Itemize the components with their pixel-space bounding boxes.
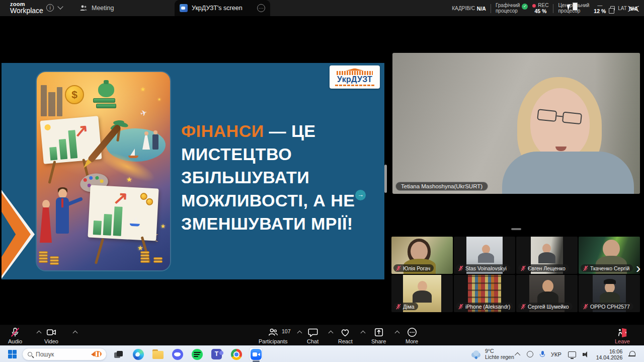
audio-options-caret[interactable] xyxy=(37,331,42,336)
annotation-arrow-badge: → xyxy=(355,190,366,200)
more-button[interactable]: More xyxy=(406,327,418,344)
city-building-shape xyxy=(41,85,47,116)
participant-name-label: Stas Voinalovskyi xyxy=(456,264,510,272)
task-view-button[interactable] xyxy=(112,347,125,361)
rec-metric: REC 45 % xyxy=(532,3,548,14)
share-scrollbar[interactable] xyxy=(384,165,387,193)
cpu-value-block: — 12 % xyxy=(594,3,606,14)
participant-tile[interactable]: iPhone (Aleksandr) xyxy=(454,275,515,312)
chrome-app-button[interactable] xyxy=(229,347,243,361)
couple-figures xyxy=(142,131,159,152)
zoom-app-icon xyxy=(251,349,262,360)
cash-stack-shape xyxy=(93,98,115,103)
spotify-icon xyxy=(192,349,203,360)
chrome-icon xyxy=(231,349,242,360)
logo-subtitle-line xyxy=(335,85,374,86)
man-in-suit-figure xyxy=(55,189,70,244)
chart-bar-shape xyxy=(113,206,123,236)
folder-icon xyxy=(152,351,164,359)
mic-muted-icon xyxy=(396,265,401,271)
chat-button[interactable]: Chat xyxy=(307,327,318,344)
participants-options-caret[interactable] xyxy=(297,331,302,336)
recording-dot-icon xyxy=(532,4,536,8)
leave-button[interactable]: Leave xyxy=(615,327,630,344)
discord-icon xyxy=(172,349,183,360)
audio-button[interactable]: Audio xyxy=(8,327,22,344)
divider xyxy=(491,4,491,13)
participant-tile[interactable]: OPPO CPH2577 xyxy=(579,275,640,312)
tab-meeting[interactable]: Meeting xyxy=(79,0,114,16)
tab-meeting-label: Meeting xyxy=(92,5,114,12)
next-participants-button[interactable]: › xyxy=(636,259,644,279)
participant-tile[interactable]: Stas Voinalovskyi xyxy=(454,237,515,274)
window-titlebar: zoom Workplace i Meeting УкрДУЗТ's scree… xyxy=(0,0,644,16)
taskbar-clock[interactable]: 16:06 14.04.2026 xyxy=(596,348,623,360)
search-icon xyxy=(28,352,32,356)
tray-display-icon[interactable] xyxy=(568,351,576,357)
meeting-info-icon[interactable]: i xyxy=(46,4,54,12)
react-button[interactable]: React xyxy=(338,327,353,344)
hidden-icons-chevron[interactable] xyxy=(515,352,520,357)
tray-mic-icon[interactable] xyxy=(540,351,544,357)
divider xyxy=(553,4,553,13)
participant-tile[interactable]: Юлія Рогач xyxy=(391,237,453,274)
notifications-bell-icon[interactable] xyxy=(629,351,635,357)
lat-label: LAT xyxy=(618,6,627,11)
spotify-app-button[interactable] xyxy=(190,347,204,361)
tab-options-ellipsis-icon[interactable]: ··· xyxy=(257,4,265,12)
video-options-caret[interactable] xyxy=(73,331,78,336)
growth-arrow-icon: ↗ xyxy=(73,120,90,141)
dollar-coin-icon: $ xyxy=(65,85,84,104)
start-button[interactable] xyxy=(8,350,17,358)
mic-muted-icon xyxy=(521,304,526,310)
edge-icon xyxy=(133,349,144,360)
participant-tile[interactable]: Діма xyxy=(391,275,453,312)
taskbar-search[interactable]: Пошук xyxy=(22,348,107,360)
language-indicator[interactable]: УКР xyxy=(551,351,561,357)
chevron-down-icon[interactable] xyxy=(57,4,63,9)
participants-grid: Юлія Рогач Stas Voinalovskyi xyxy=(391,237,641,312)
video-button[interactable]: Video xyxy=(44,327,58,344)
money-bag-icon xyxy=(98,83,114,97)
taskbar-apps: T xyxy=(112,347,263,361)
share-options-caret[interactable] xyxy=(395,331,400,336)
participant-name-label: OPPO CPH2577 xyxy=(581,303,633,310)
slide-illustration: $ ✈ ★ ★ ★ ★ ★ ★ ☾ ↗ xyxy=(37,72,170,270)
taskbar-weather[interactable]: 9°C Lichte regen xyxy=(470,348,514,360)
ukrduzt-logo-text: УкрДУЗТ xyxy=(337,75,372,84)
file-explorer-button[interactable] xyxy=(151,347,165,361)
tray-speaker-icon[interactable] xyxy=(583,351,590,357)
latency-icon xyxy=(610,6,615,11)
rain-cloud-icon xyxy=(470,350,481,358)
zoom-workplace-logo: zoom Workplace xyxy=(10,1,43,14)
speaker-name-label: Tetiana Mashoshyna(UkrSURT) xyxy=(395,182,488,191)
speaker-video[interactable]: Tetiana Mashoshyna(UkrSURT) xyxy=(392,53,640,194)
mic-muted-icon xyxy=(521,265,526,271)
discord-app-button[interactable] xyxy=(171,347,184,361)
slide-title-line1-rest: — ЦЕ xyxy=(264,121,316,140)
share-screen-icon xyxy=(373,327,384,338)
zoom-app-button[interactable] xyxy=(249,347,263,361)
rec-label: REC xyxy=(538,3,548,9)
teams-app-button[interactable]: T xyxy=(210,347,223,361)
weather-desc: Lichte regen xyxy=(485,354,514,360)
participant-name-label: Ткаченко Сергій xyxy=(581,264,633,272)
tray-circle-icon[interactable] xyxy=(527,351,533,357)
tab-shared-screen[interactable]: УкрДУЗТ's screen ··· xyxy=(175,0,270,16)
zoom-meeting-window: zoom Workplace i Meeting УкрДУЗТ's scree… xyxy=(0,0,644,362)
participants-count: 107 xyxy=(282,328,291,334)
participant-tile[interactable]: Євген Лещенко xyxy=(516,237,578,274)
weather-temp: 9°C xyxy=(485,348,514,354)
edge-app-button[interactable] xyxy=(131,347,145,361)
participant-tile[interactable]: Ткаченко Сергій xyxy=(579,237,640,274)
star-icon: ★ xyxy=(160,223,166,230)
react-options-caret[interactable] xyxy=(361,331,366,336)
slide-title-highlight: ФІНАНСИ xyxy=(181,121,264,140)
chart-bar-shape xyxy=(103,214,112,236)
panel-resize-handle[interactable] xyxy=(511,228,521,230)
mic-muted-icon xyxy=(396,304,401,310)
participant-tile[interactable]: Сергей Шумейко xyxy=(516,275,578,312)
share-button[interactable]: Share xyxy=(371,327,386,344)
chat-options-caret[interactable] xyxy=(329,331,334,336)
mic-muted-icon xyxy=(583,265,588,271)
